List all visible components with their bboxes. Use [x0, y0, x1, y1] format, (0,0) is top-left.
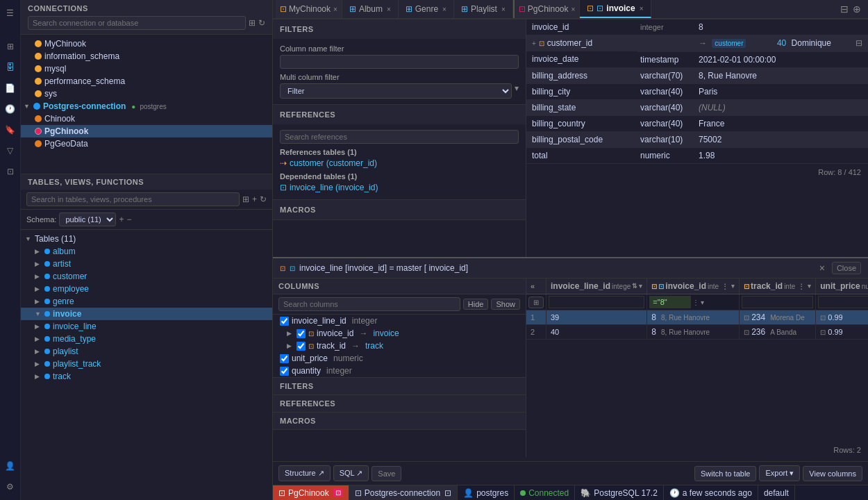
db-item-pggeoda[interactable]: PgGeoData: [21, 138, 272, 150]
tab-group-close[interactable]: ×: [333, 6, 337, 13]
tab-playlist[interactable]: ⊞ Playlist ×: [454, 0, 513, 18]
db-item-pgchinook[interactable]: PgChinook: [21, 125, 272, 138]
table-item-track[interactable]: ▶ track: [21, 370, 272, 383]
filter-icon[interactable]: ⊞: [249, 18, 256, 28]
show-btn[interactable]: Show: [491, 299, 520, 310]
col-filter-icon[interactable]: ▾: [639, 283, 642, 290]
tab-close-icon[interactable]: ×: [640, 5, 644, 12]
tab-close-icon[interactable]: ×: [501, 6, 506, 13]
table-item-playlist-track[interactable]: ▶ playlist_track: [21, 358, 272, 370]
hide-btn[interactable]: Hide: [463, 299, 489, 310]
db-item-info[interactable]: information_schema: [21, 50, 272, 62]
col-checkbox[interactable]: [280, 354, 289, 363]
table-item-customer[interactable]: ▶ customer: [21, 270, 272, 283]
filter-input-3[interactable]: [742, 296, 813, 308]
schema-select[interactable]: public (11): [59, 212, 116, 226]
export-btn[interactable]: Export ▾: [759, 465, 800, 481]
columns-icon[interactable]: ⊟: [840, 3, 849, 15]
col-filter-icon[interactable]: ▾: [731, 283, 735, 290]
col-item-unit-price[interactable]: unit_price numeric: [273, 352, 526, 365]
sort-icon[interactable]: ⇅: [632, 283, 637, 290]
tab-close-icon[interactable]: ×: [442, 6, 446, 13]
save-btn[interactable]: Save: [372, 466, 401, 481]
columns-search[interactable]: [278, 297, 460, 311]
expand-icon[interactable]: +: [532, 40, 536, 47]
tab-group-close[interactable]: ×: [571, 6, 576, 13]
col-fk-table[interactable]: track: [365, 341, 383, 351]
tables-group-header[interactable]: ▼ Tables (11): [21, 233, 272, 245]
db-item-sys[interactable]: sys: [21, 88, 272, 100]
tab-close-icon[interactable]: ×: [387, 6, 391, 13]
table-item-media-type[interactable]: ▶ media_type: [21, 333, 272, 345]
col-filter-input[interactable]: [280, 55, 519, 69]
conn-item-postgres[interactable]: ▼ Postgres-connection ● postgres: [21, 100, 272, 112]
filter-input-1[interactable]: [549, 296, 644, 308]
switch-to-table-btn[interactable]: Switch to table: [694, 466, 757, 481]
history-icon[interactable]: 🕐: [3, 101, 18, 117]
filter-down-icon[interactable]: ▾: [515, 83, 519, 99]
view-columns-btn[interactable]: View columns: [803, 466, 862, 481]
db-item-mychinook[interactable]: MyChinook: [21, 38, 272, 50]
db-item-mysql[interactable]: mysql: [21, 62, 272, 75]
menu-icon[interactable]: ⋮: [796, 283, 806, 290]
database-icon[interactable]: 🗄: [3, 60, 18, 75]
ref-item-customer[interactable]: ⇢ customer (customer_id): [280, 158, 519, 168]
filter-input-4[interactable]: [818, 296, 868, 308]
col-item-track-id[interactable]: ▶ ⊡ track_id → track: [273, 340, 526, 352]
tables-refresh-icon[interactable]: ↻: [260, 194, 267, 204]
refs-search[interactable]: [280, 130, 519, 144]
fk-table-link[interactable]: customer: [712, 39, 746, 48]
connection-search[interactable]: [28, 16, 246, 30]
tab-album[interactable]: ⊞ Album ×: [342, 0, 399, 18]
multi-filter-select[interactable]: Filter: [280, 83, 512, 99]
col-checkbox[interactable]: [280, 367, 289, 376]
il-close-btn[interactable]: Close: [832, 262, 861, 274]
tables-add-icon[interactable]: +: [252, 194, 257, 204]
bookmarks-icon[interactable]: 🔖: [3, 122, 18, 138]
add-tab-icon[interactable]: ⊕: [853, 3, 861, 15]
structure-btn[interactable]: Structure ↗: [278, 465, 331, 481]
table-item-album[interactable]: ▶ album: [21, 245, 272, 258]
nav-left-icon[interactable]: «: [531, 282, 535, 290]
tables-filter-icon[interactable]: ⊞: [242, 194, 249, 204]
table-item-invoice-line[interactable]: ▶ invoice_line: [21, 320, 272, 333]
filter-input-2[interactable]: [649, 296, 691, 308]
query-icon[interactable]: 📄: [3, 81, 18, 96]
db-item-chinook[interactable]: Chinook: [21, 112, 272, 125]
tab-genre[interactable]: ⊞ Genre ×: [399, 0, 454, 18]
status-db-name[interactable]: ⊡ PgChinook ⊡: [273, 485, 349, 500]
tables-search[interactable]: [26, 192, 240, 206]
table-item-invoice[interactable]: ▼ invoice: [21, 308, 272, 320]
nav-filter-btn[interactable]: ⊞: [528, 297, 544, 308]
col-fk-table[interactable]: invoice: [373, 328, 399, 338]
menu-icon[interactable]: ⋮: [720, 283, 730, 290]
menu-icon[interactable]: ☰: [3, 6, 18, 21]
nav-icon[interactable]: ▽: [3, 143, 18, 158]
layers-icon[interactable]: ⊡: [3, 164, 18, 179]
table-item-playlist[interactable]: ▶ playlist: [21, 345, 272, 358]
expand-detail-icon[interactable]: ⊟: [856, 38, 862, 48]
schema-minus-icon[interactable]: −: [126, 215, 131, 224]
tab-invoice[interactable]: ⊡ ⊡ invoice ×: [580, 0, 651, 18]
connections-icon[interactable]: ⊞: [3, 39, 18, 54]
schema-add-icon[interactable]: +: [119, 215, 124, 224]
table-item-artist[interactable]: ▶ artist: [21, 258, 272, 270]
dep-item-invoice-line[interactable]: ⊡ invoice_line (invoice_id): [280, 183, 519, 192]
db-item-perf[interactable]: performance_schema: [21, 75, 272, 88]
col-checkbox[interactable]: [280, 317, 289, 326]
col-item-invoice-line-id[interactable]: invoice_line_id integer: [273, 315, 526, 327]
table-item-employee[interactable]: ▶ employee: [21, 283, 272, 295]
col-item-invoice-id[interactable]: ▶ ⊡ invoice_id → invoice: [273, 327, 526, 340]
sql-btn[interactable]: SQL ↗: [333, 465, 369, 481]
filter-clear-icon[interactable]: ⋮: [692, 299, 699, 306]
il-close-x-icon[interactable]: ×: [819, 262, 825, 274]
table-item-genre[interactable]: ▶ genre: [21, 295, 272, 308]
status-connection[interactable]: ⊡ Postgres-connection ⊡: [349, 485, 458, 500]
col-item-quantity[interactable]: quantity integer: [273, 365, 526, 377]
users-icon[interactable]: 👤: [3, 458, 18, 474]
col-checkbox[interactable]: [297, 342, 306, 351]
col-checkbox[interactable]: [297, 329, 306, 338]
refresh-icon[interactable]: ↻: [258, 18, 265, 28]
filter-apply-icon[interactable]: ▾: [701, 299, 704, 306]
settings-icon[interactable]: ⚙: [3, 479, 18, 494]
